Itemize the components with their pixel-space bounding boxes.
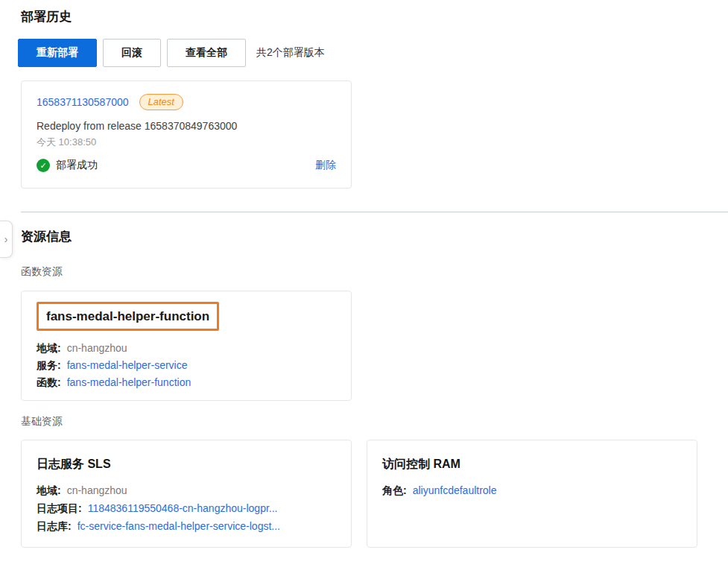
logstore-link[interactable]: fc-service-fans-medal-helper-service-log… — [77, 520, 280, 532]
region-value: cn-hangzhou — [67, 342, 127, 354]
section-divider — [21, 212, 728, 212]
deploy-version-count: 共2个部署版本 — [256, 46, 325, 60]
row-label: 角色: — [382, 484, 407, 496]
deploy-toolbar: 重新部署 回滚 查看全部 共2个部署版本 — [18, 39, 728, 67]
function-service-row: 服务:fans-medal-helper-service — [37, 357, 336, 374]
latest-badge: Latest — [139, 94, 183, 110]
function-link[interactable]: fans-medal-helper-function — [67, 376, 192, 388]
redeploy-button[interactable]: 重新部署 — [18, 39, 97, 67]
delete-link[interactable]: 删除 — [315, 159, 336, 172]
resource-info-title: 资源信息 — [21, 230, 728, 244]
row-label: 日志库: — [37, 520, 72, 532]
row-label: 服务: — [37, 359, 61, 371]
function-resource-card: fans-medal-helper-function 地域:cn-hangzho… — [21, 291, 352, 401]
base-resource-label: 基础资源 — [21, 415, 728, 428]
sls-region-row: 地域:cn-hangzhou — [37, 481, 336, 499]
function-card-title: fans-medal-helper-function — [46, 309, 209, 323]
deploy-status-text: 部署成功 — [56, 159, 98, 172]
row-label: 地域: — [37, 484, 61, 496]
check-glyph: ✓ — [39, 161, 46, 171]
sls-project-row: 日志项目:1184836119550468-cn-hangzhou-logpr.… — [37, 499, 336, 517]
rollback-button[interactable]: 回滚 — [103, 39, 161, 67]
success-check-icon: ✓ — [37, 159, 50, 172]
deploy-id-link[interactable]: 1658371130587000 — [37, 96, 129, 108]
ram-role-link[interactable]: aliyunfcdefaultrole — [413, 484, 497, 496]
deploy-history-title: 部署历史 — [21, 10, 728, 25]
chevron-right-icon: › — [4, 233, 8, 245]
deploy-description: Redeploy from release 1658370849763000 — [37, 119, 336, 133]
deployment-page: › 部署历史 重新部署 回滚 查看全部 共2个部署版本 165837113058… — [0, 0, 728, 576]
ram-card: 访问控制 RAM 角色:aliyunfcdefaultrole — [367, 440, 697, 548]
function-name-highlight-box: fans-medal-helper-function — [37, 302, 219, 331]
sidebar-collapse-toggle[interactable]: › — [0, 221, 13, 258]
function-function-row: 函数:fans-medal-helper-function — [37, 374, 336, 391]
ram-role-row: 角色:aliyunfcdefaultrole — [382, 481, 682, 499]
service-link[interactable]: fans-medal-helper-service — [67, 359, 188, 371]
row-label: 地域: — [37, 342, 61, 354]
sls-card-title: 日志服务 SLS — [37, 457, 336, 472]
function-resource-label: 函数资源 — [21, 265, 728, 279]
deploy-time: 今天 10:38:50 — [37, 136, 336, 149]
function-region-row: 地域:cn-hangzhou — [37, 340, 336, 357]
view-all-button[interactable]: 查看全部 — [167, 39, 246, 67]
log-project-link[interactable]: 1184836119550468-cn-hangzhou-logpr... — [88, 502, 278, 514]
deploy-record-card: 1658371130587000 Latest Redeploy from re… — [21, 80, 352, 189]
row-label: 函数: — [37, 376, 61, 388]
row-label: 日志项目: — [37, 502, 82, 514]
sls-logstore-row: 日志库:fc-service-fans-medal-helper-service… — [37, 517, 336, 535]
region-value: cn-hangzhou — [67, 484, 127, 496]
sls-card: 日志服务 SLS 地域:cn-hangzhou 日志项目:11848361195… — [21, 440, 352, 548]
ram-card-title: 访问控制 RAM — [382, 457, 682, 472]
